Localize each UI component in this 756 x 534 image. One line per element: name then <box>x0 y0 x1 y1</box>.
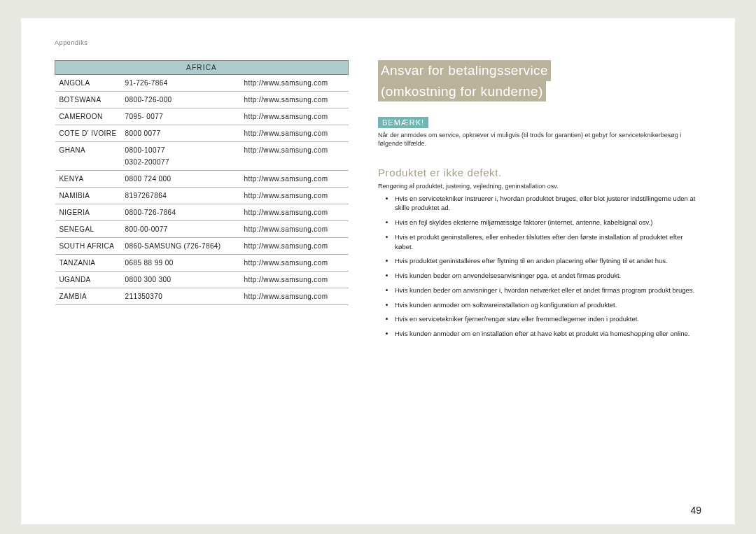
list-item: Hvis en servicetekniker instruerer i, hv… <box>395 194 701 213</box>
page: Appendiks AFRICA ANGOLA91-726-7864http:/… <box>21 18 735 524</box>
table-cell-country: GHANA <box>55 142 121 155</box>
table-cell-country: SENEGAL <box>55 221 121 238</box>
table-cell-url: http://www.samsung.com <box>240 255 349 272</box>
contact-table: AFRICA ANGOLA91-726-7864http://www.samsu… <box>55 60 349 305</box>
table-cell-url: http://www.samsung.com <box>240 238 349 255</box>
table-cell-phone: 0860-SAMSUNG (726-7864) <box>121 238 240 255</box>
table-cell-country: NAMIBIA <box>55 188 121 204</box>
table-cell-url: http://www.samsung.com <box>240 125 349 142</box>
table-cell-phone: 8000 0077 <box>121 125 240 142</box>
table-cell-phone: 0800-726-7864 <box>121 204 240 221</box>
table-cell-phone: 0800-10077 <box>121 142 240 155</box>
table-cell-country: CAMEROON <box>55 108 121 125</box>
table-cell-url: http://www.samsung.com <box>240 272 349 288</box>
list-item: Hvis produktet geninstalleres efter flyt… <box>395 256 701 266</box>
table-cell-phone: 0302-200077 <box>121 154 240 171</box>
table-cell-url: http://www.samsung.com <box>240 288 349 305</box>
table-cell-url: http://www.samsung.com <box>240 171 349 188</box>
heading-line2: (omkostning for kunderne) <box>378 81 546 102</box>
table-cell-phone: 0800 300 300 <box>121 272 240 288</box>
note-text: Når der anmodes om service, opkræver vi … <box>378 131 701 148</box>
table-cell-phone: 211350370 <box>121 288 240 305</box>
table-cell-country: SOUTH AFRICA <box>55 238 121 255</box>
table-cell-country: NIGERIA <box>55 204 121 221</box>
bullet-list: Hvis en servicetekniker instruerer i, hv… <box>388 194 701 339</box>
right-column: Ansvar for betalingsservice (omkostning … <box>378 60 701 344</box>
table-cell-phone: 0800-726-000 <box>121 92 240 108</box>
table-cell-url: http://www.samsung.com <box>240 142 349 155</box>
subsection-lead: Rengøring af produktet, justering, vejle… <box>378 183 701 190</box>
table-cell-country: COTE D' IVOIRE <box>55 125 121 142</box>
page-number: 49 <box>690 505 701 516</box>
list-item: Hvis kunden beder om anvendelsesanvisnin… <box>395 271 701 281</box>
table-cell-url: http://www.samsung.com <box>240 75 349 92</box>
table-cell-phone: 800-00-0077 <box>121 221 240 238</box>
table-cell-url <box>240 154 349 171</box>
table-cell-country: ANGOLA <box>55 75 121 92</box>
breadcrumb: Appendiks <box>55 39 701 46</box>
content-columns: AFRICA ANGOLA91-726-7864http://www.samsu… <box>55 60 701 344</box>
table-cell-url: http://www.samsung.com <box>240 204 349 221</box>
section-heading: Ansvar for betalingsservice (omkostning … <box>378 60 701 101</box>
table-cell-url: http://www.samsung.com <box>240 221 349 238</box>
table-header: AFRICA <box>55 61 349 75</box>
left-column: AFRICA ANGOLA91-726-7864http://www.samsu… <box>55 60 349 344</box>
table-cell-country: UGANDA <box>55 272 121 288</box>
list-item: Hvis en servicetekniker fjerner/rengør s… <box>395 314 701 324</box>
list-item: Hvis kunden beder om anvisninger i, hvor… <box>395 286 701 295</box>
table-cell-url: http://www.samsung.com <box>240 92 349 108</box>
table-cell-country: BOTSWANA <box>55 92 121 108</box>
list-item: Hvis kunden anmoder om softwareinstallat… <box>395 300 701 310</box>
table-cell-url: http://www.samsung.com <box>240 188 349 204</box>
table-cell-country: TANZANIA <box>55 255 121 272</box>
list-item: Hvis et produkt geninstalleres, eller en… <box>395 232 701 252</box>
table-cell-url: http://www.samsung.com <box>240 108 349 125</box>
heading-line1: Ansvar for betalingsservice <box>378 60 551 81</box>
table-cell-phone: 0685 88 99 00 <box>121 255 240 272</box>
list-item: Hvis kunden anmoder om en installation e… <box>395 329 701 339</box>
table-cell-phone: 8197267864 <box>121 188 240 204</box>
table-cell-country: KENYA <box>55 171 121 188</box>
list-item: Hvis en fejl skyldes eksterne miljømæssi… <box>395 218 701 227</box>
table-cell-phone: 7095- 0077 <box>121 108 240 125</box>
table-cell-country: ZAMBIA <box>55 288 121 305</box>
table-cell-phone: 91-726-7864 <box>121 75 240 92</box>
table-cell-country <box>55 154 121 171</box>
subsection-title: Produktet er ikke defekt. <box>378 167 701 178</box>
table-cell-phone: 0800 724 000 <box>121 171 240 188</box>
note-badge: BEMÆRK! <box>378 117 428 128</box>
